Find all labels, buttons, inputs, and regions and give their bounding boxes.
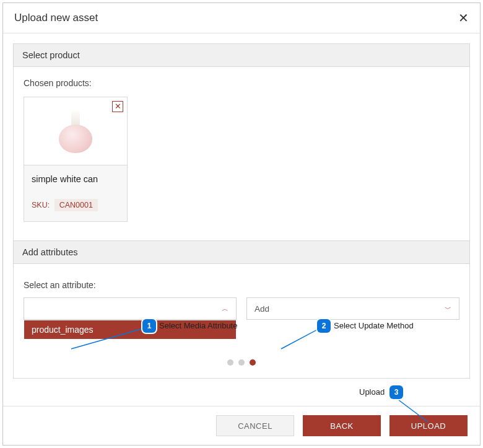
- sku-value: CAN0001: [54, 199, 98, 211]
- upload-button[interactable]: UPLOAD: [389, 415, 468, 436]
- product-image: [54, 110, 97, 153]
- annotation-label-2: Select Update Method: [334, 321, 414, 330]
- step-dot-2[interactable]: [238, 359, 245, 366]
- media-attribute-select[interactable]: ︿ product_images: [24, 297, 237, 320]
- select-product-body: Chosen products: ✕ simple white can SKU:: [14, 67, 469, 240]
- sku-label: SKU:: [32, 201, 50, 209]
- cancel-button[interactable]: CANCEL: [216, 415, 294, 436]
- remove-product-icon[interactable]: ✕: [112, 101, 123, 112]
- product-info: simple white can SKU: CAN0001: [24, 165, 127, 221]
- annotation-badge-3: 3: [389, 385, 403, 399]
- select-attribute-label: Select an attribute:: [24, 280, 459, 290]
- annotation-label-1: Select Media Attribute: [159, 321, 237, 330]
- product-sku: SKU: CAN0001: [32, 199, 120, 211]
- close-icon[interactable]: ✕: [458, 12, 469, 24]
- annotation-badge-1: 1: [142, 319, 156, 333]
- back-button[interactable]: BACK: [303, 415, 381, 436]
- dialog-header: Upload new asset ✕: [3, 3, 480, 33]
- dialog-title: Upload new asset: [14, 12, 98, 24]
- annotation-badge-2: 2: [317, 319, 331, 333]
- product-name: simple white can: [32, 174, 120, 184]
- select-product-header: Select product: [14, 44, 469, 67]
- add-attributes-header: Add attributes: [14, 240, 469, 264]
- dialog-footer: CANCEL BACK UPLOAD: [3, 406, 480, 445]
- step-dot-1[interactable]: [227, 359, 233, 366]
- step-indicator: [24, 357, 459, 368]
- annotation-label-3: Upload: [359, 387, 385, 397]
- attribute-selects-row: ︿ product_images Add ﹀: [24, 297, 459, 320]
- update-method-value: Add: [255, 304, 269, 314]
- product-card: ✕ simple white can SKU: CAN0001: [24, 97, 128, 222]
- chevron-up-icon: ︿: [222, 304, 228, 314]
- upload-asset-dialog: Upload new asset ✕ Select product Chosen…: [2, 2, 481, 446]
- product-image-area: ✕: [24, 97, 127, 165]
- update-method-select[interactable]: Add ﹀: [246, 297, 459, 320]
- step-dot-3[interactable]: [250, 359, 256, 366]
- chevron-down-icon: ﹀: [445, 304, 451, 314]
- dialog-body: Select product Chosen products: ✕ simple…: [3, 33, 480, 389]
- chosen-products-label: Chosen products:: [24, 78, 459, 88]
